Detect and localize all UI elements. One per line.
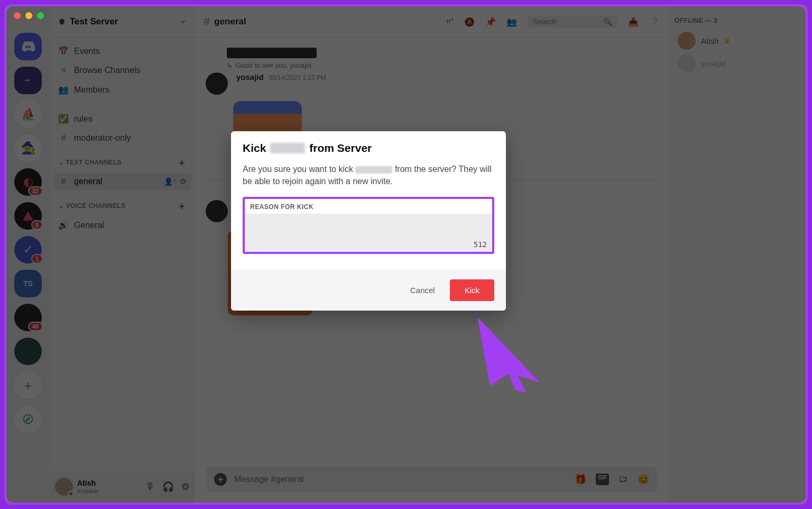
create-invite-icon[interactable]: 👤⁺ [164,177,177,186]
inbox-icon[interactable]: 📥 [628,17,639,27]
member-avatar [678,54,696,72]
rules-icon: ✅ [58,114,69,124]
channel-general-text[interactable]: # general 👤⁺ ⚙ [54,173,191,190]
reason-char-counter: 512 [474,240,487,249]
user-settings-icon[interactable]: ⚙ [181,481,190,493]
moustache-icon [20,77,36,84]
add-channel-icon[interactable]: ＋ [177,199,187,212]
member-row[interactable]: Atish ♛ [675,30,799,52]
kick-reason-highlight: REASON FOR KICK 512 [243,197,494,254]
channel-header: # general ⌗⁺ 🔕 📌 👥 Search 🔍 📥 ❔ [195,6,668,37]
message-author-name[interactable]: yosajid [236,72,264,81]
explore-servers-button[interactable] [14,405,42,433]
channel-sidebar: Test Server 📅 Events ⌗ Browse Channels 👥… [50,6,195,503]
sidebar-item-label: Members [74,85,109,95]
window-traffic-lights [14,12,44,19]
modal-title-suffix: from Server [309,142,372,154]
message-author-avatar[interactable] [206,72,228,95]
kick-member-modal: Kick from Server Are you sure you want t… [231,131,506,311]
server-badge: 5 [31,220,43,230]
minimise-window-dot[interactable] [25,12,32,19]
reply-context: ↳ Good to see you, yosajid. [195,61,668,69]
mute-mic-icon[interactable]: 🎙 [145,481,155,493]
close-window-dot[interactable] [14,12,21,19]
add-server-button[interactable]: ＋ [14,371,42,399]
reply-preview-text: Good to see you, yosajid. [236,61,313,69]
self-avatar[interactable] [55,478,73,496]
chevron-down-icon: ⌄ [58,159,63,166]
search-icon: 🔍 [603,17,612,26]
channel-general-voice[interactable]: 🔊 General [54,216,191,234]
threads-icon[interactable]: ⌗⁺ [446,17,454,26]
gift-icon[interactable]: 🎁 [575,474,586,485]
self-username: Atish [77,479,98,487]
self-user-panel: Atish Invisible 🎙 🎧 ⚙ [50,471,195,503]
reason-label: REASON FOR KICK [245,199,492,214]
message-author-avatar[interactable] [206,200,228,222]
sidebar-item-events[interactable]: 📅 Events [54,42,191,60]
channel-settings-icon[interactable]: ⚙ [180,177,187,186]
cancel-button[interactable]: Cancel [407,281,438,299]
sticker-picker-icon[interactable]: 🗂 [619,474,628,485]
hash-grid-icon: ⌗ [58,66,69,75]
section-voice-channels[interactable]: ⌄ VOICE CHANNELS ＋ [54,192,191,214]
search-input[interactable]: Search 🔍 [528,15,617,28]
channel-moderator-only[interactable]: # moderator-only [54,130,191,147]
calendar-icon: 📅 [58,46,69,56]
server-header-dropdown[interactable]: Test Server [50,6,195,37]
member-name: yosajid [701,59,726,68]
attachment-preview [227,48,317,58]
channel-label: general [74,177,102,186]
section-text-channels[interactable]: ⌄ TEXT CHANNELS ＋ [54,149,191,171]
member-list-panel: OFFLINE — 2 Atish ♛ yosajid [668,6,806,503]
server-icon-4[interactable]: ◐ 22 [14,168,42,196]
server-icon-8[interactable]: 48 [14,304,42,331]
server-boost-icon [58,18,66,25]
emoji-picker-icon[interactable]: 😊 [638,474,649,485]
chevron-down-icon: ⌄ [58,202,63,210]
channel-title: general [214,16,246,27]
modal-description: Are you sure you want to kick from the s… [243,163,494,187]
notification-settings-icon[interactable]: 🔕 [464,17,475,27]
server-icon-3[interactable]: 🧙 [14,134,42,162]
search-placeholder: Search [533,17,556,26]
speaker-icon: 🔊 [58,220,69,230]
redacted-username [270,143,305,153]
help-icon[interactable]: ❔ [649,17,660,27]
kick-reason-input[interactable] [245,214,492,252]
maximise-window-dot[interactable] [37,12,44,19]
member-row[interactable]: yosajid [675,52,799,74]
server-icon-6[interactable]: ✓ 1 [14,236,42,263]
redacted-username [355,166,392,174]
server-icon-7[interactable]: TS [14,270,42,297]
server-icon-2[interactable]: ⛵ [14,101,42,128]
member-list-toggle-icon[interactable]: 👥 [506,17,517,27]
message-timestamp: 03/14/2023 1:23 PM [269,74,326,81]
message-block: yosajid 03/14/2023 1:23 PM [195,69,668,98]
server-icon-5[interactable]: 5 [14,202,42,230]
server-icon-1[interactable] [14,67,42,94]
hash-icon: # [204,15,210,29]
sidebar-item-members[interactable]: 👥 Members [54,81,191,98]
modal-title: Kick from Server [243,142,494,154]
server-badge: 1 [31,254,43,263]
section-label-text: TEXT CHANNELS [66,159,122,166]
hash-icon: # [58,133,69,143]
server-icon-9[interactable] [14,338,42,365]
deafen-icon[interactable]: 🎧 [162,481,174,493]
channel-rules[interactable]: ✅ rules [54,110,191,128]
compose-placeholder: Message #general [234,475,304,484]
section-label-text: VOICE CHANNELS [66,202,125,210]
add-channel-icon[interactable]: ＋ [177,156,187,169]
sidebar-item-browse-channels[interactable]: ⌗ Browse Channels [54,62,191,79]
hash-icon: # [58,177,69,186]
home-dm-button[interactable] [14,33,42,60]
modal-ask-prefix: Are you sure you want to kick [243,165,353,174]
kick-button[interactable]: Kick [450,279,494,301]
member-section-offline: OFFLINE — 2 [675,17,799,24]
gif-picker-icon[interactable]: GIF [596,474,609,485]
pinned-messages-icon[interactable]: 📌 [485,17,496,27]
self-status-text: Invisible [77,488,98,494]
message-compose-input[interactable]: ＋ Message #general 🎁 GIF 🗂 😊 [206,467,658,492]
attach-upload-icon[interactable]: ＋ [214,473,227,486]
